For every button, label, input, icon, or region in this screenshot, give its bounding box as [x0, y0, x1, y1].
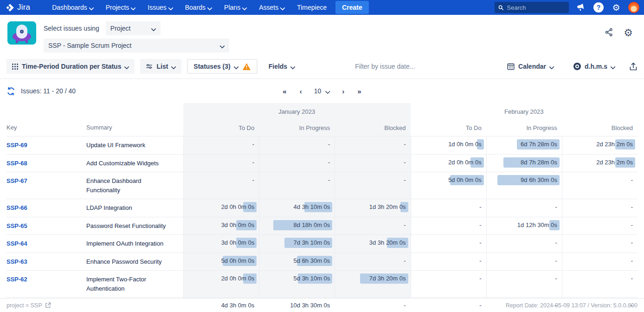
status-column-header[interactable]: Blocked [562, 120, 638, 136]
duration-cell: - [486, 253, 562, 271]
jql-filter-link[interactable]: project = SSP [6, 302, 51, 309]
status-column-header[interactable]: To Do [411, 120, 486, 136]
project-select[interactable]: SSP - Sample Scrum Project [44, 39, 229, 52]
sliders-icon [146, 63, 153, 70]
time-units-select[interactable]: d.h.m.s [568, 59, 621, 74]
report-type-select[interactable]: Time-Period Duration per Status [6, 59, 135, 74]
issue-date-filter-input[interactable] [355, 63, 457, 70]
duration-cell: - [335, 155, 410, 172]
export-icon[interactable] [629, 62, 638, 71]
settings-gear-icon[interactable]: ⚙ [611, 2, 622, 13]
search-input[interactable] [507, 4, 565, 11]
nav-item-dashboards[interactable]: Dashboards [46, 0, 100, 15]
page-size-select[interactable]: 10 [310, 85, 334, 97]
issue-key-link[interactable]: SSP-69 [6, 142, 27, 149]
duration-value: - [252, 159, 254, 166]
key-column-header[interactable]: Key [6, 120, 86, 136]
user-avatar[interactable] [628, 2, 639, 13]
chevron-down-icon [220, 44, 225, 48]
issue-source-select[interactable]: Project [106, 21, 161, 35]
duration-cell: - [562, 172, 638, 199]
fields-select[interactable]: Fields [263, 59, 301, 74]
status-column-header[interactable]: Blocked [335, 120, 410, 136]
duration-cell: - [335, 136, 410, 154]
duration-value: - [479, 239, 481, 246]
chevron-down-icon [125, 65, 129, 69]
chevron-down-icon [172, 65, 176, 69]
pagination-row: Issues: 11 - 20 / 40 « ‹ 10 › » [0, 79, 644, 103]
duration-value: - [555, 239, 557, 246]
duration-cell: 1d 12h 30m 0s [486, 217, 562, 235]
statuses-select[interactable]: Statuses (3) [187, 59, 257, 74]
app-header: Select issues using Project SSP - Sample… [0, 15, 644, 56]
duration-cell: 5d 6h 30m 0s [259, 253, 335, 271]
duration-cell: 2d 0h 0m 0s [411, 155, 486, 172]
issue-key-link[interactable]: SSP-63 [6, 258, 27, 265]
nav-search[interactable] [495, 2, 569, 13]
refresh-icon[interactable] [6, 87, 15, 96]
nav-item-projects[interactable]: Projects [100, 0, 142, 15]
share-icon[interactable] [605, 28, 613, 38]
duration-cell: - [335, 172, 410, 199]
view-mode-select[interactable]: List [140, 59, 181, 74]
issue-summary: Implement OAuth Integration [86, 240, 163, 247]
chevron-down-icon [550, 65, 554, 69]
help-icon[interactable]: ? [593, 2, 604, 13]
duration-cell: 5d 0h 0m 0s [411, 172, 486, 199]
duration-cell: 8d 7h 28m 0s [486, 155, 562, 172]
issue-key-link[interactable]: SSP-64 [6, 240, 27, 247]
jira-logo[interactable]: Jira [6, 3, 30, 12]
duration-value: 8d 7h 28m 0s [521, 159, 557, 166]
chevron-down-icon [243, 6, 247, 10]
issue-key-link[interactable]: SSP-62 [6, 276, 27, 283]
duration-cell: 2d 0h 0m 0s [183, 271, 259, 297]
status-column-header[interactable]: To Do [183, 120, 259, 136]
calendar-select[interactable]: Calendar [502, 59, 560, 74]
table-row: SSP-63Enhance Password Security5d 0h 0m … [6, 253, 638, 271]
duration-cell: - [411, 235, 486, 253]
status-column-header[interactable]: In Progress [259, 120, 335, 136]
duration-value: - [328, 141, 330, 148]
issue-date-filter[interactable] [355, 62, 496, 71]
duration-cell: 6d 7h 28m 0s [486, 136, 562, 154]
status-column-header[interactable]: In Progress [486, 120, 562, 136]
duration-cell: 1d 0h 0m 0s [411, 136, 486, 154]
next-page-button[interactable]: › [337, 85, 349, 97]
issue-key-link[interactable]: SSP-68 [6, 160, 27, 167]
report-settings-gear-icon[interactable]: ⚙ [624, 28, 633, 38]
issue-key-link[interactable]: SSP-67 [6, 177, 27, 184]
duration-value: 2d 0h 0m 0s [448, 159, 482, 166]
nav-item-assets[interactable]: Assets [253, 0, 291, 15]
last-page-button[interactable]: » [353, 85, 366, 97]
nav-item-timepiece[interactable]: Timepiece [291, 0, 333, 15]
month-group-header: January 2023February 2023 [6, 103, 638, 120]
nav-item-plans[interactable]: Plans [218, 0, 253, 15]
issue-key-link[interactable]: SSP-65 [6, 222, 27, 229]
table-row: SSP-67Enhance Dashboard Functionality---… [6, 172, 638, 199]
announcements-icon[interactable] [575, 2, 586, 13]
duration-cell: - [562, 235, 638, 253]
nav-item-issues[interactable]: Issues [142, 0, 179, 15]
duration-cell: - [411, 253, 486, 271]
month-group-label: February 2023 [411, 103, 638, 120]
duration-cell: - [486, 199, 562, 217]
column-header-row: Key Summary To DoIn ProgressBlockedTo Do… [6, 120, 638, 136]
prev-page-button[interactable]: ‹ [295, 85, 307, 97]
duration-value: 2d 0h 0m 0s [221, 275, 255, 282]
duration-cell: - [411, 271, 486, 297]
summary-column-header[interactable]: Summary [86, 120, 183, 136]
timepiece-app-icon [7, 21, 36, 45]
duration-value: 9d 6h 30m 0s [521, 176, 557, 183]
select-issues-label: Select issues using [44, 25, 99, 32]
duration-value: 2d 23h 2m 0s [596, 159, 633, 166]
duration-cell: - [259, 172, 335, 199]
issue-key-link[interactable]: SSP-66 [6, 204, 27, 211]
first-page-button[interactable]: « [278, 85, 291, 97]
calendar-icon [507, 63, 515, 70]
grid-icon [12, 64, 18, 70]
chevron-down-icon [90, 6, 94, 10]
issue-summary: Update UI Framework [86, 142, 145, 149]
create-button[interactable]: Create [335, 1, 369, 14]
duration-value: 3d 3h 20m 0s [369, 239, 406, 246]
nav-item-boards[interactable]: Boards [179, 0, 218, 15]
